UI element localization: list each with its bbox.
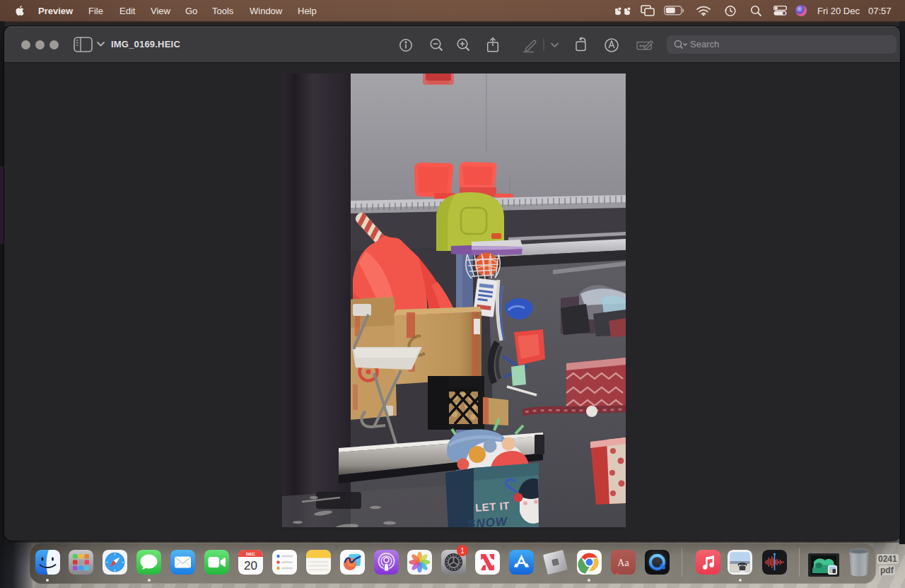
svg-text:DEC: DEC [246,551,256,556]
svg-text:LET IT: LET IT [475,499,510,513]
svg-text:Aa: Aa [617,558,629,568]
svg-text:1: 1 [460,547,465,555]
svg-text:20: 20 [244,559,257,572]
